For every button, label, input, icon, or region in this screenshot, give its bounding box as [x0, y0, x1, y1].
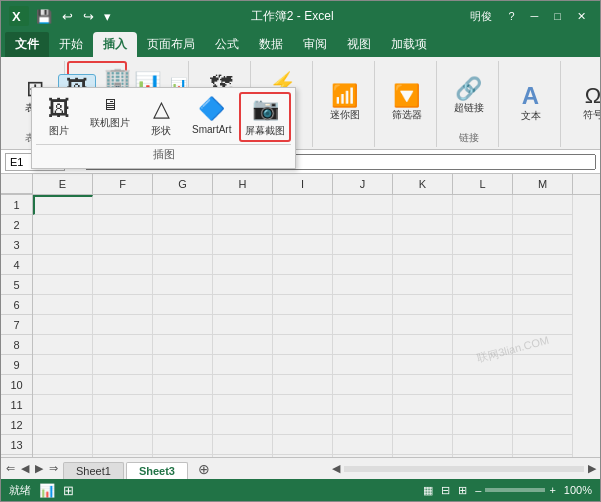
col-e[interactable]: E	[33, 174, 93, 194]
row-4[interactable]: 4	[1, 255, 32, 275]
screenshot-btn[interactable]: 📷 屏幕截图	[239, 92, 291, 142]
col-l[interactable]: L	[453, 174, 513, 194]
cell[interactable]	[33, 215, 93, 235]
cell[interactable]	[393, 355, 453, 375]
cell[interactable]	[393, 315, 453, 335]
cell[interactable]	[513, 335, 573, 355]
cell[interactable]	[153, 195, 213, 215]
text-btn[interactable]: A 文本	[512, 81, 550, 125]
cell[interactable]	[453, 195, 513, 215]
undo-quick-btn[interactable]: ↩	[59, 7, 76, 26]
hyperlink-btn[interactable]: 🔗 超链接	[449, 75, 489, 117]
cell[interactable]	[93, 435, 153, 455]
cell[interactable]	[333, 295, 393, 315]
sheet-tab-sheet3[interactable]: Sheet3	[126, 462, 188, 479]
tab-addins[interactable]: 加载项	[381, 32, 437, 57]
cell[interactable]	[273, 315, 333, 335]
cell[interactable]	[513, 275, 573, 295]
picture-btn[interactable]: 🖼 图片	[36, 92, 82, 142]
row-9[interactable]: 9	[1, 355, 32, 375]
cell[interactable]	[393, 275, 453, 295]
cell[interactable]	[153, 275, 213, 295]
cell[interactable]	[273, 335, 333, 355]
cell[interactable]	[153, 315, 213, 335]
cell[interactable]	[213, 435, 273, 455]
cell[interactable]	[33, 195, 93, 215]
cell[interactable]	[333, 195, 393, 215]
cell[interactable]	[33, 455, 93, 457]
cell[interactable]	[513, 435, 573, 455]
row-8[interactable]: 8	[1, 335, 32, 355]
tab-pagelayout[interactable]: 页面布局	[137, 32, 205, 57]
cell[interactable]	[393, 195, 453, 215]
cell[interactable]	[213, 195, 273, 215]
cell[interactable]	[273, 395, 333, 415]
cell[interactable]	[33, 435, 93, 455]
scroll-right-btn[interactable]: ▶	[588, 462, 596, 475]
col-i[interactable]: I	[273, 174, 333, 194]
cell[interactable]	[153, 375, 213, 395]
cell[interactable]	[453, 375, 513, 395]
cell[interactable]	[93, 215, 153, 235]
sheet-first-btn[interactable]: ⇐	[3, 462, 18, 475]
save-quick-btn[interactable]: 💾	[33, 7, 55, 26]
cell[interactable]	[273, 435, 333, 455]
cell[interactable]	[393, 215, 453, 235]
cell[interactable]	[333, 355, 393, 375]
cell[interactable]	[393, 435, 453, 455]
tab-data[interactable]: 数据	[249, 32, 293, 57]
cell[interactable]	[33, 255, 93, 275]
layout-layout-btn[interactable]: ⊟	[441, 484, 450, 497]
cell[interactable]	[93, 195, 153, 215]
cell[interactable]	[93, 275, 153, 295]
col-m[interactable]: M	[513, 174, 573, 194]
cell[interactable]	[213, 395, 273, 415]
qa-dropdown-btn[interactable]: ▾	[101, 7, 114, 26]
cell[interactable]	[273, 235, 333, 255]
cell[interactable]	[213, 235, 273, 255]
cell[interactable]	[93, 455, 153, 457]
cell[interactable]	[453, 215, 513, 235]
cell[interactable]	[453, 435, 513, 455]
cell[interactable]	[513, 355, 573, 375]
cell[interactable]	[93, 415, 153, 435]
zoom-slider[interactable]	[485, 488, 545, 492]
cell[interactable]	[33, 335, 93, 355]
cell[interactable]	[213, 315, 273, 335]
cell[interactable]	[93, 395, 153, 415]
cell[interactable]	[513, 255, 573, 275]
cell[interactable]	[333, 395, 393, 415]
cell[interactable]	[273, 195, 333, 215]
cell[interactable]	[33, 295, 93, 315]
sheet-tab-sheet1[interactable]: Sheet1	[63, 462, 124, 479]
cell[interactable]	[453, 315, 513, 335]
cell[interactable]	[153, 235, 213, 255]
cell[interactable]	[453, 415, 513, 435]
row-13[interactable]: 13	[1, 435, 32, 455]
cell[interactable]	[153, 215, 213, 235]
cell[interactable]	[453, 255, 513, 275]
layout-normal-btn[interactable]: ▦	[423, 484, 433, 497]
cell[interactable]	[333, 435, 393, 455]
smartart-btn[interactable]: 🔷 SmartArt	[186, 92, 237, 142]
cell[interactable]	[393, 335, 453, 355]
cell[interactable]	[333, 455, 393, 457]
col-k[interactable]: K	[393, 174, 453, 194]
zoom-out-btn[interactable]: –	[475, 484, 481, 496]
slicer-btn[interactable]: 🔽 筛选器	[387, 82, 427, 124]
cell[interactable]	[93, 355, 153, 375]
cell[interactable]	[453, 395, 513, 415]
row-12[interactable]: 12	[1, 415, 32, 435]
row-14[interactable]: 14	[1, 455, 32, 457]
cell[interactable]	[33, 315, 93, 335]
cell[interactable]	[153, 395, 213, 415]
cell[interactable]	[273, 215, 333, 235]
cell[interactable]	[333, 235, 393, 255]
cell[interactable]	[333, 315, 393, 335]
cell[interactable]	[93, 295, 153, 315]
cell[interactable]	[213, 375, 273, 395]
close-btn[interactable]: ✕	[571, 8, 592, 25]
cell[interactable]	[333, 275, 393, 295]
cell[interactable]	[513, 235, 573, 255]
col-j[interactable]: J	[333, 174, 393, 194]
